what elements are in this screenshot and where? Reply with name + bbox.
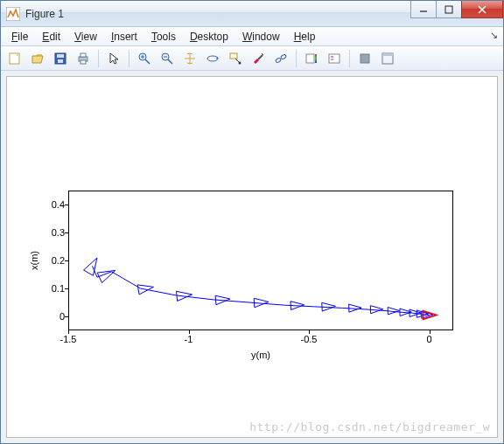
x-axis-label: y(m) [251, 350, 270, 360]
toolbar-separator [129, 50, 130, 67]
rotate3d-button[interactable] [202, 49, 223, 68]
zoom-out-button[interactable] [157, 49, 178, 68]
minimize-button[interactable] [410, 1, 437, 18]
hide-tools-button[interactable] [354, 49, 375, 68]
save-button[interactable] [50, 49, 71, 68]
svg-point-22 [239, 61, 242, 64]
menu-insert[interactable]: Insert [104, 29, 144, 45]
figure-canvas[interactable]: x(m) y(m) 00.10.20.30.4 -1.5-1-0.50 http… [6, 76, 498, 438]
y-tick-label: 0.1 [30, 283, 65, 294]
x-tick-label: -1 [185, 334, 193, 344]
svg-line-17 [168, 59, 172, 64]
print-button[interactable] [73, 49, 94, 68]
data-cursor-button[interactable] [225, 49, 246, 68]
x-tick-label: 0 [426, 334, 431, 344]
toolbar-separator [296, 50, 297, 67]
figure-area: x(m) y(m) 00.10.20.30.4 -1.5-1-0.50 http… [1, 71, 503, 443]
titlebar[interactable]: Figure 1 [1, 1, 503, 27]
menu-file[interactable]: File [4, 29, 35, 45]
brush-button[interactable] [248, 49, 269, 68]
x-tick-label: -1.5 [60, 334, 77, 344]
svg-rect-2 [445, 6, 452, 13]
new-figure-button[interactable] [4, 49, 25, 68]
svg-line-13 [145, 59, 150, 64]
link-data-button[interactable] [270, 49, 291, 68]
x-tick-label: -0.5 [301, 334, 318, 344]
svg-rect-27 [315, 54, 317, 63]
zoom-in-button[interactable] [134, 49, 155, 68]
svg-rect-0 [6, 7, 20, 21]
menu-edit[interactable]: Edit [35, 29, 67, 45]
figure-window: Figure 1 File Edit View Insert Tools Des… [0, 0, 504, 444]
toolbar-separator [98, 50, 99, 67]
menu-desktop[interactable]: Desktop [183, 29, 235, 45]
app-icon [6, 7, 20, 21]
y-tick-label: 0.3 [30, 227, 65, 238]
svg-rect-11 [80, 60, 86, 64]
axes[interactable]: x(m) y(m) 00.10.20.30.4 -1.5-1-0.50 [68, 191, 453, 330]
plot-content [68, 191, 453, 330]
watermark-text: http://blog.csdn.net/bigdreamer_w [249, 420, 490, 434]
svg-rect-28 [329, 54, 340, 63]
y-tick-label: 0.2 [30, 255, 65, 266]
menu-help[interactable]: Help [287, 29, 323, 45]
dock-button[interactable] [377, 49, 398, 68]
svg-rect-7 [57, 54, 64, 58]
open-button[interactable] [27, 49, 48, 68]
svg-point-25 [280, 53, 286, 59]
menubar: File Edit View Insert Tools Desktop Wind… [1, 27, 503, 46]
svg-rect-8 [58, 59, 63, 63]
window-controls [411, 1, 503, 18]
svg-point-24 [275, 57, 281, 62]
svg-rect-33 [382, 53, 393, 56]
svg-rect-20 [230, 53, 237, 59]
menu-view[interactable]: View [67, 29, 104, 45]
y-tick-label: 0 [30, 311, 65, 322]
toolbar-separator [349, 50, 350, 67]
svg-rect-26 [306, 54, 314, 63]
maximize-button[interactable] [436, 1, 462, 18]
svg-line-23 [258, 55, 262, 59]
insert-legend-button[interactable] [324, 49, 345, 68]
menu-tools[interactable]: Tools [144, 29, 183, 45]
menu-window[interactable]: Window [235, 29, 287, 45]
pointer-button[interactable] [103, 49, 124, 68]
pan-button[interactable] [179, 49, 200, 68]
close-button[interactable] [461, 1, 503, 18]
svg-rect-31 [360, 54, 369, 63]
window-title: Figure 1 [25, 8, 64, 20]
toolbar [1, 46, 503, 71]
y-tick-label: 0.4 [30, 199, 65, 210]
dock-corner-icon[interactable]: ↘ [490, 30, 498, 41]
insert-colorbar-button[interactable] [301, 49, 322, 68]
svg-rect-10 [80, 53, 86, 57]
